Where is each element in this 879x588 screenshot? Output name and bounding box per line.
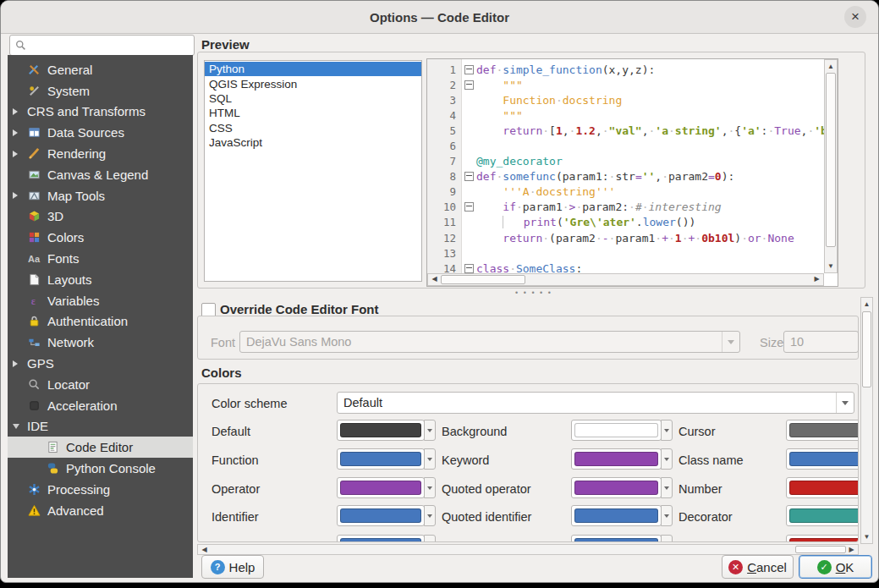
language-item-css[interactable]: CSS bbox=[205, 121, 421, 135]
options-dialog: Options — Code Editor × General System C… bbox=[0, 0, 879, 583]
scroll-up-icon[interactable]: ▲ bbox=[825, 61, 837, 72]
swatch-caret-icon[interactable] bbox=[661, 420, 673, 441]
language-item-html[interactable]: HTML bbox=[205, 106, 421, 120]
color-swatch-decorator[interactable] bbox=[786, 505, 859, 526]
color-swatch-function[interactable] bbox=[337, 448, 425, 470]
colors-group: Color scheme Default Default Background … bbox=[197, 383, 859, 542]
size-spinbox[interactable]: 10 bbox=[783, 331, 859, 353]
code-vertical-scrollbar[interactable]: ▲ ▼ bbox=[824, 59, 838, 273]
sidebar-item-variables[interactable]: εVariables bbox=[8, 290, 193, 311]
color-swatch-keyword[interactable] bbox=[571, 448, 662, 470]
swatch-caret-icon[interactable] bbox=[424, 477, 436, 498]
scroll-down-icon[interactable]: ▼ bbox=[825, 261, 837, 272]
color-swatch-operator[interactable] bbox=[337, 477, 425, 498]
color-swatch-class-name[interactable] bbox=[786, 448, 859, 470]
color-swatch-quoted-operator[interactable] bbox=[571, 477, 662, 498]
color-swatch-partial[interactable] bbox=[786, 535, 859, 542]
scroll-left-icon[interactable]: ◀ bbox=[429, 274, 440, 285]
sidebar-item-canvas-legend[interactable]: Canvas & Legend bbox=[8, 164, 193, 185]
sidebar-item-label: System bbox=[47, 84, 90, 98]
ok-button[interactable]: ✓ OK bbox=[799, 555, 872, 579]
swatch-label: Function bbox=[212, 453, 259, 467]
settings-vertical-scrollbar[interactable]: ▲ ▼ bbox=[860, 297, 873, 544]
swatch-label: Cursor bbox=[678, 425, 716, 438]
sidebar-item-fonts[interactable]: AaFonts bbox=[8, 248, 193, 269]
swatch-label: Operator bbox=[212, 482, 260, 496]
sidebar-item-rendering[interactable]: Rendering bbox=[8, 143, 193, 164]
color-swatch-cursor[interactable] bbox=[786, 420, 859, 441]
sidebar-item-code-editor[interactable]: Code Editor bbox=[8, 437, 193, 458]
sidebar-item-authentication[interactable]: Authentication bbox=[8, 311, 193, 332]
sidebar-item-label: 3D bbox=[47, 209, 63, 223]
sidebar-item-colors[interactable]: Colors bbox=[8, 227, 193, 248]
color-scheme-combo[interactable]: Default bbox=[337, 392, 854, 414]
sidebar-item-map-tools[interactable]: Map Tools bbox=[8, 185, 193, 206]
scroll-up-icon[interactable]: ▲ bbox=[861, 299, 872, 310]
settings-horizontal-scrollbar[interactable]: ◀ ▶ bbox=[197, 544, 859, 555]
sidebar-item-label: Fonts bbox=[47, 251, 80, 266]
swatch-caret-icon[interactable] bbox=[661, 448, 673, 470]
color-swatch-partial[interactable] bbox=[337, 535, 425, 542]
sidebar-item-data-sources[interactable]: Data Sources bbox=[8, 122, 193, 143]
colors-heading: Colors bbox=[201, 365, 242, 380]
color-scheme-label: Color scheme bbox=[212, 397, 287, 410]
swatch-caret-icon[interactable] bbox=[661, 535, 673, 542]
fold-marker-icon[interactable] bbox=[464, 65, 474, 74]
settings-hscroll-thumb[interactable] bbox=[795, 546, 846, 553]
sidebar-item-system[interactable]: System bbox=[8, 80, 193, 102]
sidebar-item-layouts[interactable]: Layouts bbox=[8, 269, 193, 290]
sidebar-item-crs-and-transforms[interactable]: CRS and Transforms bbox=[8, 102, 193, 123]
language-item-qgis-expression[interactable]: QGIS Expression bbox=[205, 76, 421, 91]
sidebar-item-python-console[interactable]: Python Console bbox=[8, 458, 193, 479]
splitter-handle[interactable]: • • • • • bbox=[507, 289, 561, 296]
close-button[interactable]: × bbox=[844, 6, 866, 28]
font-combo[interactable]: DejaVu Sans Mono bbox=[239, 331, 740, 353]
fold-marker-icon[interactable] bbox=[464, 264, 474, 273]
code-horizontal-scrollbar[interactable]: ◀ ▶ bbox=[427, 273, 824, 286]
sidebar-item-gps[interactable]: GPS bbox=[8, 353, 193, 374]
sidebar-item-ide[interactable]: IDE bbox=[8, 416, 193, 437]
scroll-right-icon[interactable]: ▶ bbox=[811, 274, 822, 285]
color-swatch-background[interactable] bbox=[571, 420, 662, 441]
swatch-caret-icon[interactable] bbox=[424, 448, 436, 470]
fold-marker-icon[interactable] bbox=[464, 202, 474, 212]
title-bar[interactable]: Options — Code Editor × bbox=[1, 1, 878, 34]
fold-marker-icon[interactable] bbox=[464, 172, 474, 181]
code-hscroll-thumb[interactable] bbox=[441, 275, 525, 284]
swatch-caret-icon[interactable] bbox=[424, 420, 436, 441]
cancel-button[interactable]: ✕ Cancel bbox=[722, 555, 794, 579]
color-swatch-partial[interactable] bbox=[571, 535, 662, 542]
fold-marker-icon[interactable] bbox=[464, 80, 474, 90]
settings-vscroll-thumb[interactable] bbox=[862, 311, 871, 387]
sidebar-item-label: Advanced bbox=[47, 503, 104, 518]
scroll-right-icon[interactable]: ▶ bbox=[846, 545, 857, 554]
sidebar-item-network[interactable]: Network bbox=[8, 332, 193, 353]
code-preview[interactable]: 1def·simple_function(x,y,z):2 """3 Funct… bbox=[426, 58, 838, 287]
code-vscroll-thumb[interactable] bbox=[826, 73, 836, 247]
sidebar-search[interactable] bbox=[9, 35, 195, 56]
code-line: 9 '''A·docstring''' bbox=[427, 184, 824, 200]
sidebar-item-3d[interactable]: 3D bbox=[8, 206, 193, 228]
search-input[interactable] bbox=[30, 38, 194, 52]
scroll-down-icon[interactable]: ▼ bbox=[861, 531, 872, 542]
swatch-caret-icon[interactable] bbox=[661, 477, 673, 498]
language-item-javascript[interactable]: JavaScript bbox=[205, 135, 421, 150]
color-swatch-number[interactable] bbox=[786, 477, 859, 498]
swatch-caret-icon[interactable] bbox=[424, 535, 436, 542]
color-swatch-identifier[interactable] bbox=[337, 505, 425, 526]
sidebar-item-label: GPS bbox=[27, 356, 54, 371]
help-button[interactable]: ? Help bbox=[201, 555, 264, 579]
language-item-sql[interactable]: SQL bbox=[205, 91, 421, 106]
sidebar-item-acceleration[interactable]: Acceleration bbox=[8, 395, 193, 416]
swatch-caret-icon[interactable] bbox=[424, 505, 436, 526]
sidebar-item-advanced[interactable]: Advanced bbox=[8, 500, 193, 521]
sidebar-item-locator[interactable]: Locator bbox=[8, 374, 193, 395]
sidebar-item-general[interactable]: General bbox=[8, 59, 193, 80]
language-item-python[interactable]: Python bbox=[205, 62, 421, 76]
color-swatch-default[interactable] bbox=[337, 420, 425, 441]
scroll-left-icon[interactable]: ◀ bbox=[199, 545, 210, 554]
swatch-caret-icon[interactable] bbox=[661, 505, 673, 526]
help-icon: ? bbox=[211, 560, 225, 574]
color-swatch-quoted-identifier[interactable] bbox=[571, 505, 662, 526]
sidebar-item-processing[interactable]: Processing bbox=[8, 479, 193, 500]
